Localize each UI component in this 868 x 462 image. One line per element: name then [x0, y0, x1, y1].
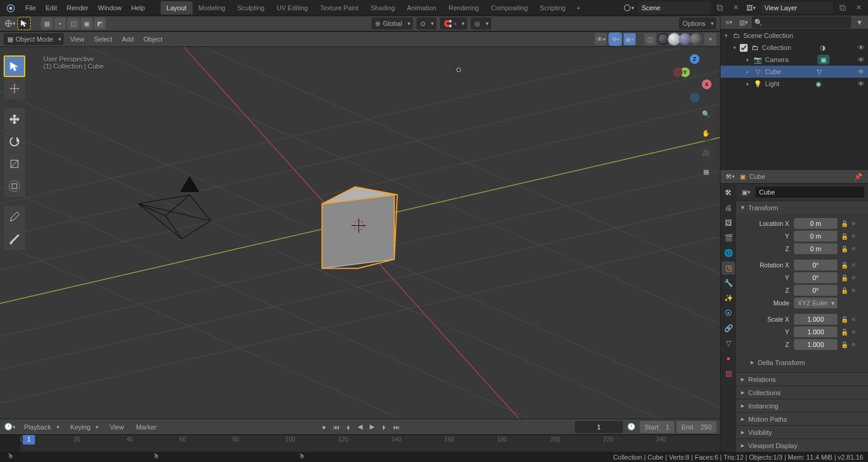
collection-checkbox[interactable]	[740, 44, 748, 52]
visibility-eye-icon[interactable]: 👁	[858, 44, 864, 51]
tab-compositing[interactable]: Compositing	[485, 1, 534, 14]
playhead[interactable]: 1	[23, 435, 35, 445]
pivot-select[interactable]: ⊙	[417, 17, 436, 30]
timeline-marker[interactable]: Marker	[132, 423, 160, 431]
prop-tab-world[interactable]: 🌐	[722, 246, 735, 260]
prop-tab-constraints[interactable]: 🔗	[722, 322, 735, 335]
lock-icon[interactable]: 🔓	[840, 220, 849, 227]
tab-shading[interactable]: Shading	[365, 1, 401, 14]
scene-input[interactable]	[638, 4, 698, 11]
menu-help[interactable]: Help	[126, 0, 150, 16]
play-icon[interactable]: ▶	[367, 422, 377, 432]
start-frame-field[interactable]: Start1	[640, 421, 674, 433]
menu-file[interactable]: File	[20, 0, 41, 16]
jump-end-icon[interactable]: ⏭	[391, 422, 401, 432]
timeline[interactable]: 1 0 20 40 60 80 100 120 140 160 180 200 …	[0, 434, 720, 452]
tool-rotate[interactable]	[4, 131, 25, 152]
tab-sculpting[interactable]: Sculpting	[231, 1, 270, 14]
tree-scene-collection[interactable]: ▾ 🗀 Scene Collection	[721, 30, 868, 42]
zoom-icon[interactable]: 🔍	[698, 106, 714, 122]
tool-transform[interactable]	[4, 175, 25, 197]
camera-view-icon[interactable]: 🎥	[698, 145, 714, 160]
panel-collections[interactable]: ▸Collections	[736, 386, 868, 399]
prop-tab-data[interactable]: ▽	[722, 337, 735, 350]
panel-motion-paths[interactable]: ▸Motion Paths	[736, 412, 868, 425]
viewlayer-new-icon[interactable]: ⿻	[837, 2, 849, 14]
lock-icon[interactable]: 🔓	[840, 329, 849, 336]
axis-neg-x-icon[interactable]	[673, 67, 683, 77]
render-toggle-icon[interactable]: ◑	[817, 43, 829, 52]
rotation-x-field[interactable]: 0°	[794, 260, 837, 270]
keyframe-next-icon[interactable]: ⏵	[379, 422, 389, 432]
prop-tab-physics[interactable]: ⦿	[722, 307, 735, 320]
scene-browse-icon[interactable]: ▾	[622, 2, 634, 14]
mesh-data-icon[interactable]: ▽	[813, 67, 825, 76]
editor-type-icon[interactable]: ▾	[4, 17, 16, 30]
timeline-editor-type-icon[interactable]: 🕐▾	[4, 421, 16, 433]
scene-field[interactable]	[638, 2, 710, 14]
outliner-display-mode-icon[interactable]: ▥▾	[737, 16, 749, 28]
viewlayer-input[interactable]	[761, 4, 821, 11]
end-frame-field[interactable]: End250	[677, 421, 716, 433]
location-z-field[interactable]: 0 m	[794, 243, 837, 254]
shading-lookdev-icon[interactable]	[679, 33, 691, 45]
rotation-mode-select[interactable]: XYZ Euler▾	[794, 298, 837, 308]
prop-tab-particles[interactable]: ✨	[722, 292, 735, 305]
shading-options-icon[interactable]: ▾	[704, 33, 716, 45]
proportional-select[interactable]: ◎	[471, 17, 491, 30]
keyframe-dot-icon[interactable]	[852, 276, 855, 279]
camera-data-icon[interactable]: ▣	[817, 55, 829, 64]
visibility-eye-icon[interactable]: 👁	[858, 56, 864, 63]
prop-tab-object[interactable]: ◳	[722, 261, 735, 275]
keyframe-dot-icon[interactable]	[852, 263, 855, 267]
scene-delete-icon[interactable]: ✕	[730, 2, 742, 14]
prop-tab-modifiers[interactable]: 🔧	[722, 276, 735, 290]
tab-modeling[interactable]: Modeling	[193, 1, 232, 14]
viewlayer-browse-icon[interactable]: 🖼▾	[745, 2, 757, 14]
object-name-field[interactable]: Cube	[755, 187, 864, 198]
axis-neg-z-icon[interactable]	[690, 93, 699, 102]
panel-relations[interactable]: ▸Relations	[736, 372, 868, 386]
properties-editor-type-icon[interactable]: 🛠▾	[724, 170, 736, 183]
timeline-keying[interactable]: Keying	[67, 421, 102, 433]
panel-delta-transform[interactable]: ▸Delta Transform	[741, 356, 863, 369]
preview-range-icon[interactable]: 🕐	[625, 421, 637, 433]
keyframe-dot-icon[interactable]	[852, 247, 855, 251]
select-mode-3-icon[interactable]: ◫	[67, 17, 79, 30]
visibility-filter-icon[interactable]: 👁▾	[595, 33, 607, 45]
menu-edit[interactable]: Edit	[41, 0, 62, 16]
keyframe-dot-icon[interactable]	[852, 330, 855, 334]
perspective-toggle-icon[interactable]: ▦	[698, 164, 714, 179]
keyframe-prev-icon[interactable]: ⏴	[343, 422, 353, 432]
tree-item-camera[interactable]: ▸ 📷 Camera ▣ 👁	[721, 54, 868, 66]
prop-tab-texture[interactable]: ▨	[722, 367, 735, 380]
scale-y-field[interactable]: 1.000	[794, 326, 837, 337]
menu-object[interactable]: Object	[140, 36, 166, 43]
gizmo-toggle-icon[interactable]: ✥▾	[609, 33, 621, 45]
viewport-3d[interactable]: User Perspective (1) Collection | Cube	[0, 47, 720, 419]
pin-icon[interactable]: 📌	[852, 170, 864, 183]
scale-z-field[interactable]: 1.000	[794, 339, 837, 350]
tool-annotate[interactable]	[4, 206, 25, 228]
keyframe-dot-icon[interactable]	[852, 222, 855, 225]
keyframe-dot-icon[interactable]	[852, 289, 855, 292]
axis-z-icon[interactable]: Z	[690, 54, 699, 64]
outliner-editor-type-icon[interactable]: ≡▾	[723, 16, 735, 28]
tree-collection[interactable]: ▾ 🗀 Collection ◑ 👁	[721, 42, 868, 54]
viewlayer-field[interactable]	[761, 2, 833, 14]
tab-uv-editing[interactable]: UV Editing	[270, 1, 314, 14]
shading-solid-icon[interactable]	[668, 33, 680, 45]
tab-layout[interactable]: Layout	[161, 1, 193, 14]
outliner-search[interactable]: 🔍	[752, 16, 851, 28]
timeline-playback[interactable]: Playback	[20, 421, 62, 433]
menu-render[interactable]: Render	[62, 0, 93, 16]
visibility-eye-icon[interactable]: 👁	[858, 80, 864, 87]
menu-window[interactable]: Window	[93, 0, 126, 16]
lock-icon[interactable]: 🔓	[840, 275, 849, 281]
pan-icon[interactable]: ✋	[698, 125, 714, 141]
snap-select[interactable]: 🧲 ▫	[440, 17, 467, 30]
panel-visibility[interactable]: ▸Visibility	[736, 425, 868, 439]
outliner[interactable]: ▾ 🗀 Scene Collection ▾ 🗀 Collection ◑ 👁 …	[721, 30, 868, 169]
scale-x-field[interactable]: 1.000	[794, 314, 837, 325]
location-x-field[interactable]: 0 m	[794, 218, 837, 229]
